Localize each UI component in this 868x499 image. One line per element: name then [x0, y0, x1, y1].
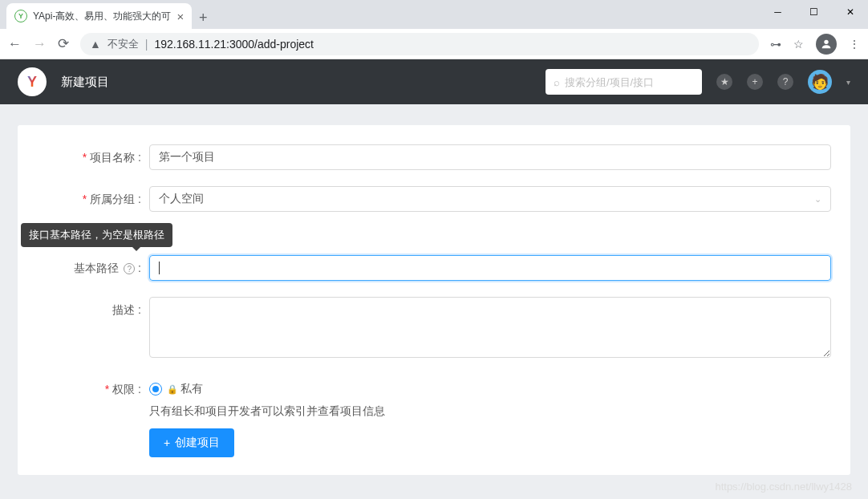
user-avatar[interactable]: 🧑 [808, 70, 832, 94]
app-header: Y 新建项目 ⌕ ★ + ? 🧑 ▾ [0, 59, 868, 104]
plus-icon: + [164, 436, 170, 449]
group-label: 所属分组 : [37, 186, 149, 212]
permission-radio-private[interactable]: 🔒私有 [149, 376, 831, 396]
chevron-down-icon[interactable]: ▾ [846, 78, 850, 87]
form-card: 项目名称 : 所属分组 : 个人空间 ⌄ 接口基本路径，为空是根路径 基本路径 … [18, 125, 850, 475]
menu-icon[interactable]: ⋮ [849, 38, 860, 51]
search-box[interactable]: ⌕ [546, 69, 702, 95]
permission-label: 权限 : [37, 376, 149, 419]
maximize-button[interactable]: ☐ [796, 0, 832, 24]
permission-row: 权限 : 🔒私有 只有组长和项目开发者可以索引并查看项目信息 [37, 376, 831, 419]
url-field[interactable]: ▲ 不安全 | 192.168.11.21:3000/add-project [80, 33, 759, 55]
project-name-label: 项目名称 : [37, 144, 149, 170]
radio-icon [149, 383, 162, 396]
submit-row: + 创建项目 [37, 422, 831, 457]
content-area: 项目名称 : 所属分组 : 个人空间 ⌄ 接口基本路径，为空是根路径 基本路径 … [0, 104, 868, 499]
star-icon[interactable]: ★ [716, 74, 732, 90]
tab-bar: Y YApi-高效、易用、功能强大的可 × + [0, 0, 868, 29]
forward-button[interactable]: → [33, 36, 47, 52]
app-logo[interactable]: Y [18, 67, 47, 96]
chevron-down-icon: ⌄ [814, 194, 821, 205]
project-name-row: 项目名称 : [37, 144, 831, 170]
profile-icon[interactable] [816, 34, 837, 55]
add-icon[interactable]: + [747, 74, 763, 90]
url-text: 192.168.11.21:3000/add-project [155, 38, 314, 51]
group-row: 所属分组 : 个人空间 ⌄ [37, 186, 831, 212]
group-selected-value: 个人空间 [159, 192, 204, 206]
group-select[interactable]: 个人空间 ⌄ [149, 186, 831, 212]
new-tab-button[interactable]: + [192, 6, 214, 29]
base-path-label: 接口基本路径，为空是根路径 基本路径 ? : [37, 255, 149, 281]
browser-chrome: ─ ☐ ✕ Y YApi-高效、易用、功能强大的可 × + ← → ⟳ ▲ 不安… [0, 0, 868, 59]
base-path-row: 接口基本路径，为空是根路径 基本路径 ? : [37, 255, 831, 281]
search-input[interactable] [565, 76, 694, 88]
reload-button[interactable]: ⟳ [58, 35, 69, 52]
insecure-label: 不安全 [107, 37, 139, 51]
close-window-button[interactable]: ✕ [832, 0, 868, 24]
create-project-button[interactable]: + 创建项目 [149, 428, 234, 457]
page-title: 新建项目 [61, 75, 109, 90]
description-row: 描述 : [37, 297, 831, 360]
watermark: https://blog.csdn.net/llwy1428 [715, 481, 852, 493]
description-textarea[interactable] [149, 297, 831, 358]
description-label: 描述 : [37, 297, 149, 360]
base-path-tooltip: 接口基本路径，为空是根路径 [21, 223, 172, 247]
permission-description: 只有组长和项目开发者可以索引并查看项目信息 [149, 404, 831, 419]
search-icon: ⌕ [554, 76, 560, 88]
window-controls: ─ ☐ ✕ [760, 0, 868, 24]
help-icon[interactable]: ? [777, 74, 793, 90]
tab-favicon: Y [14, 10, 27, 22]
minimize-button[interactable]: ─ [760, 0, 796, 24]
key-icon[interactable]: ⊶ [770, 38, 781, 51]
bookmark-star-icon[interactable]: ☆ [793, 38, 804, 51]
tab-close-icon[interactable]: × [176, 10, 184, 23]
address-bar: ← → ⟳ ▲ 不安全 | 192.168.11.21:3000/add-pro… [0, 29, 868, 59]
browser-tab[interactable]: Y YApi-高效、易用、功能强大的可 × [6, 3, 192, 29]
question-icon[interactable]: ? [124, 263, 135, 274]
project-name-input[interactable] [149, 144, 831, 170]
tab-title: YApi-高效、易用、功能强大的可 [33, 10, 171, 23]
svg-point-0 [824, 39, 828, 43]
insecure-icon: ▲ [90, 38, 101, 51]
base-path-input[interactable] [149, 255, 831, 281]
back-button[interactable]: ← [8, 36, 22, 52]
lock-icon: 🔒 [167, 384, 178, 395]
